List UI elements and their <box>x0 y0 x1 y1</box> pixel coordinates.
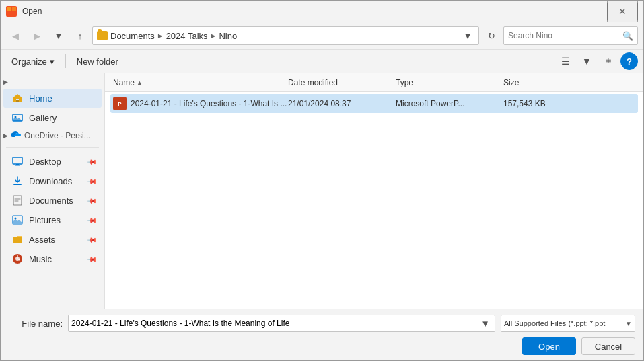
file-list: P 2024-01-21 - Life's Questions - 1-What… <box>105 92 643 309</box>
column-header-size[interactable]: Size <box>501 78 568 87</box>
filename-dropdown-button[interactable]: ▼ <box>478 315 492 332</box>
onedrive-label: OneDrive - Persi... <box>24 131 91 141</box>
onedrive-icon <box>11 130 22 141</box>
pin-icon: 📌 <box>87 214 98 225</box>
list-view-icon: ☰ <box>561 56 570 67</box>
chevron-down-icon: ▼ <box>582 56 592 67</box>
back-icon: ◀ <box>12 31 19 41</box>
address-part-1: Documents <box>110 31 155 41</box>
organize-arrow-icon: ▾ <box>50 56 55 67</box>
toolbar: Organize ▾ New folder ☰ ▼ ⧧ ? <box>1 50 643 73</box>
file-name-cell: P 2024-01-21 - Life's Questions - 1-What… <box>113 97 288 110</box>
sidebar-item-documents[interactable]: Documents 📌 <box>3 191 102 210</box>
file-date-cell: 21/01/2024 08:37 <box>288 99 396 108</box>
pictures-icon <box>11 214 24 226</box>
file-type-cell: Microsoft PowerP... <box>396 99 503 108</box>
sidebar-divider <box>6 147 99 148</box>
filename-input-wrap[interactable]: ▼ <box>68 315 495 332</box>
desktop-label: Desktop <box>29 157 61 167</box>
address-bar[interactable]: Documents ► 2024 Talks ► Nino ▼ <box>92 26 479 45</box>
file-row[interactable]: P 2024-01-21 - Life's Questions - 1-What… <box>110 94 638 113</box>
search-input[interactable] <box>508 31 620 40</box>
search-icon: 🔍 <box>622 31 633 41</box>
new-folder-button[interactable]: New folder <box>71 52 124 70</box>
column-header-type[interactable]: Type <box>393 78 501 87</box>
assets-label: Assets <box>29 235 55 245</box>
up-button[interactable]: ↑ <box>71 26 90 45</box>
filename-row: File name: ▼ All Supported Files (*.ppt;… <box>9 315 635 332</box>
search-box[interactable]: 🔍 <box>503 26 638 45</box>
organize-button[interactable]: Organize ▾ <box>6 52 60 70</box>
filetype-text: All Supported Files (*.ppt; *.ppt <box>504 319 622 327</box>
sort-icon: ▲ <box>137 79 143 86</box>
sidebar-item-assets[interactable]: Assets 📌 <box>3 230 102 249</box>
gallery-icon <box>11 112 24 124</box>
column-headers: Name ▲ Date modified Type Size <box>105 73 643 92</box>
dropdown-button[interactable]: ▼ <box>49 26 68 45</box>
svg-rect-11 <box>13 216 22 224</box>
column-header-name[interactable]: Name ▲ <box>110 78 285 87</box>
home-icon <box>11 92 24 104</box>
type-col-label: Type <box>396 78 413 87</box>
downloads-label: Downloads <box>29 176 72 186</box>
documents-icon <box>11 194 24 206</box>
refresh-button[interactable]: ↻ <box>482 26 501 45</box>
pin-icon: 📌 <box>87 175 98 186</box>
title-bar: Open ✕ <box>1 1 643 22</box>
name-col-label: Name <box>113 78 135 87</box>
chevron-down-icon: ▼ <box>480 319 489 329</box>
ppt-icon: P <box>113 97 127 110</box>
address-part-3: Nino <box>219 31 237 41</box>
open-dialog: Open ✕ ◀ ▶ ▼ ↑ Documents ► 2024 Talks ► … <box>0 0 644 361</box>
pin-icon: 📌 <box>87 156 98 167</box>
sidebar-item-home[interactable]: Home <box>3 89 102 108</box>
back-button[interactable]: ◀ <box>6 26 25 45</box>
sidebar-item-desktop[interactable]: Desktop 📌 <box>3 152 102 171</box>
file-area: Name ▲ Date modified Type Size P <box>105 73 643 309</box>
svg-rect-1 <box>7 7 11 11</box>
folder-icon <box>97 31 108 40</box>
desktop-icon <box>11 155 24 167</box>
view-tile-button[interactable]: ⧧ <box>599 52 618 70</box>
help-button[interactable]: ? <box>620 52 638 70</box>
pin-icon: 📌 <box>87 195 98 206</box>
view-dropdown-button[interactable]: ▼ <box>577 52 596 70</box>
forward-button[interactable]: ▶ <box>28 26 46 45</box>
view-list-button[interactable]: ☰ <box>556 52 575 70</box>
svg-rect-2 <box>12 7 16 11</box>
cancel-button[interactable]: Cancel <box>581 337 635 355</box>
assets-icon <box>11 233 24 245</box>
organize-label: Organize <box>11 56 47 67</box>
up-icon: ↑ <box>78 31 83 41</box>
music-label: Music <box>29 254 52 264</box>
address-sep-2: ► <box>210 32 217 40</box>
app-icon <box>6 6 17 17</box>
sidebar-section-expand[interactable]: ▶ <box>1 76 104 88</box>
filename-input[interactable] <box>71 319 478 328</box>
music-icon <box>11 253 24 265</box>
close-button[interactable]: ✕ <box>607 1 638 22</box>
column-header-date[interactable]: Date modified <box>285 78 393 87</box>
sidebar-item-downloads[interactable]: Downloads 📌 <box>3 171 102 190</box>
sidebar-item-music[interactable]: Music 📌 <box>3 249 102 268</box>
file-size-cell: 157,543 KB <box>503 99 571 108</box>
open-button[interactable]: Open <box>522 337 576 355</box>
bottom-bar: File name: ▼ All Supported Files (*.ppt;… <box>1 309 643 360</box>
refresh-icon: ↻ <box>488 31 495 41</box>
sidebar-item-pictures[interactable]: Pictures 📌 <box>3 210 102 229</box>
address-dropdown-button[interactable]: ▼ <box>461 26 474 45</box>
new-folder-label: New folder <box>77 56 118 67</box>
pictures-label: Pictures <box>29 215 61 225</box>
main-area: ▶ Home Ga <box>1 73 643 309</box>
sidebar-item-gallery[interactable]: Gallery <box>3 108 102 127</box>
dialog-title: Open <box>22 7 607 16</box>
address-path: Documents ► 2024 Talks ► Nino <box>110 31 458 41</box>
filetype-arrow-icon: ▼ <box>625 320 632 327</box>
date-col-label: Date modified <box>288 78 338 87</box>
chevron-icon: ▶ <box>3 79 8 85</box>
filename-label: File name: <box>9 319 63 329</box>
pin-icon: 📌 <box>87 234 98 245</box>
address-sep-1: ► <box>157 32 164 40</box>
filetype-select[interactable]: All Supported Files (*.ppt; *.ppt ▼ <box>501 315 635 332</box>
sidebar-onedrive-section[interactable]: ▶ OneDrive - Persi... <box>1 128 104 143</box>
